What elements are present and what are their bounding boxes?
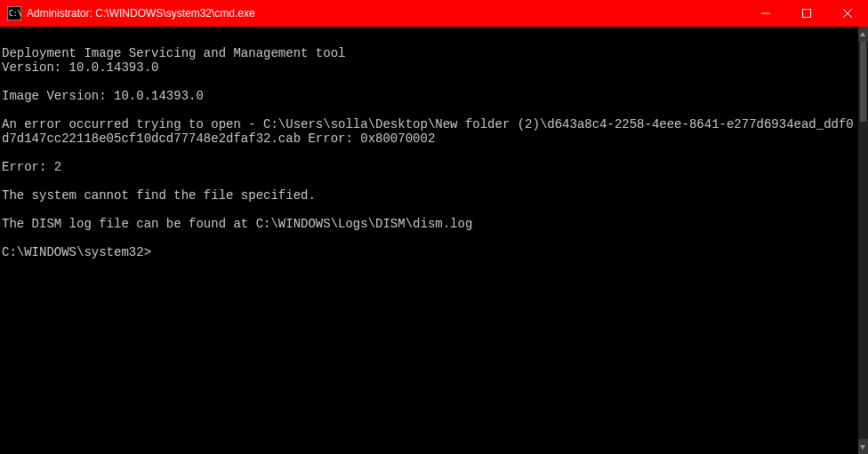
command-prompt[interactable]: C:\WINDOWS\system32> [2, 245, 151, 259]
vertical-scrollbar[interactable] [858, 27, 868, 454]
svg-text:C:\: C:\ [9, 10, 21, 18]
close-button[interactable] [827, 0, 868, 27]
svg-marker-6 [860, 32, 865, 36]
console-output[interactable]: Deployment Image Servicing and Managemen… [0, 27, 858, 454]
titlebar[interactable]: C:\ Administrator: C:\WINDOWS\system32\c… [0, 0, 868, 27]
cmd-icon: C:\ [7, 6, 21, 20]
minimize-button[interactable] [745, 0, 786, 27]
scroll-down-arrow-icon[interactable] [858, 439, 868, 454]
cursor [151, 247, 158, 259]
cmd-window: C:\ Administrator: C:\WINDOWS\system32\c… [0, 0, 868, 454]
scrollbar-track[interactable] [858, 42, 868, 439]
scroll-up-arrow-icon[interactable] [858, 27, 868, 42]
maximize-button[interactable] [786, 0, 827, 27]
svg-marker-7 [860, 445, 865, 450]
svg-rect-3 [803, 10, 811, 18]
client-area: Deployment Image Servicing and Managemen… [0, 27, 868, 454]
window-title: Administrator: C:\WINDOWS\system32\cmd.e… [27, 7, 255, 20]
scrollbar-thumb[interactable] [860, 42, 866, 122]
